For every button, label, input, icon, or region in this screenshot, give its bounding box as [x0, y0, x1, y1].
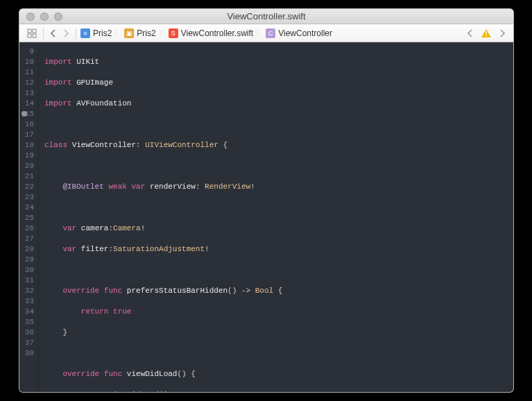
breadcrumb-label: ViewController [278, 28, 332, 38]
breadcrumb-folder[interactable]: ▣ Pris2 [123, 28, 157, 38]
folder-icon: ▣ [124, 28, 134, 38]
lit-true: true [113, 307, 131, 316]
attr-iboutlet: @IBOutlet [62, 182, 103, 191]
func-viewdidload: viewDidLoad [127, 370, 178, 378]
ty-camera: Camera [113, 224, 141, 232]
project-icon: ≡ [80, 28, 90, 38]
svg-rect-1 [33, 29, 36, 33]
breadcrumb-label: Pris2 [93, 28, 112, 38]
func-prefers: prefersStatusBarHidden [127, 287, 228, 295]
chevron-right-icon: 〉 [255, 28, 264, 38]
swift-file-icon: S [169, 28, 178, 38]
mod-avf: AVFoundation [76, 99, 131, 108]
breadcrumb-file[interactable]: S ViewController.swift [167, 28, 255, 38]
svg-rect-5 [486, 35, 486, 35]
code-area[interactable]: import UIKit import GPUImage import AVFo… [39, 42, 513, 392]
kw-super: super [81, 391, 104, 392]
kw-var: var [62, 245, 76, 253]
close-icon[interactable] [26, 12, 35, 21]
xcode-window: ViewController.swift ≡ Pris2 〉 ▣ Pr [19, 8, 514, 393]
decl-filter: filter [81, 245, 109, 253]
chevron-right-icon: 〉 [113, 28, 123, 38]
breadcrumb-symbol[interactable]: C ViewController [264, 28, 334, 38]
breadcrumb-label: ViewController.swift [181, 28, 253, 38]
decl-camera: camera [81, 224, 109, 232]
related-items-icon[interactable] [24, 27, 40, 40]
chevron-right-icon: 〉 [157, 28, 167, 38]
call-viewdidload: viewDidLoad [108, 391, 159, 392]
line-gutter[interactable]: 9101112 13141516 17181920 21222324 25262… [19, 42, 39, 392]
svg-rect-4 [486, 31, 486, 35]
breadcrumb-label: Pris2 [137, 28, 155, 38]
kw-override: override [62, 287, 99, 295]
kw-return: return [81, 307, 109, 316]
prev-issue-button[interactable] [463, 27, 477, 40]
kw-func: func [104, 370, 122, 378]
ty-renderview: RenderView [205, 182, 250, 191]
nav-toolbar: ≡ Pris2 〉 ▣ Pris2 〉 S ViewController.swi… [19, 24, 513, 42]
titlebar[interactable]: ViewController.swift [19, 9, 513, 24]
svg-rect-0 [28, 29, 31, 33]
classname: ViewController [72, 141, 136, 149]
breadcrumb-project[interactable]: ≡ Pris2 [79, 28, 113, 38]
class-icon: C [266, 28, 275, 38]
ty-bool: Bool [255, 287, 273, 295]
kw-import: import [44, 99, 72, 108]
zoom-icon[interactable] [54, 12, 62, 21]
window-title: ViewController.swift [19, 11, 513, 22]
kw-weak: weak [108, 182, 126, 191]
kw-import: import [44, 58, 72, 66]
minimize-icon[interactable] [40, 12, 49, 21]
forward-button[interactable] [60, 27, 73, 40]
ty-satadj: SaturationAdjustment [113, 245, 205, 253]
traffic-lights [26, 12, 62, 21]
code-editor[interactable]: 9101112 13141516 17181920 21222324 25262… [19, 42, 513, 392]
kw-func: func [104, 287, 122, 295]
mod-uikit: UIKit [76, 58, 99, 66]
svg-rect-3 [33, 34, 36, 37]
breadcrumb: ≡ Pris2 〉 ▣ Pris2 〉 S ViewController.swi… [79, 28, 463, 38]
kw-import: import [44, 78, 72, 87]
mod-gpuimage: GPUImage [76, 78, 113, 87]
back-button[interactable] [46, 27, 60, 40]
warning-icon[interactable] [478, 27, 495, 40]
kw-override: override [62, 370, 99, 378]
kw-var: var [62, 224, 76, 232]
superclass: UIViewController [145, 141, 218, 149]
decl-renderview: renderView [150, 182, 196, 191]
kw-class: class [44, 141, 67, 149]
next-issue-button[interactable] [496, 27, 509, 40]
kw-var: var [131, 182, 145, 191]
svg-rect-2 [28, 34, 31, 37]
